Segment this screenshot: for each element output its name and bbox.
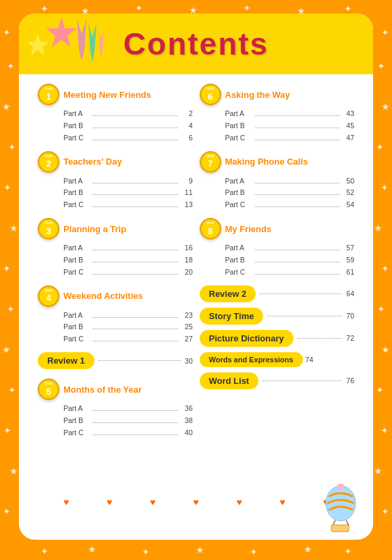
picture-dictionary-button: Picture Dictionary: [200, 330, 293, 347]
words-expressions-row: Words and Expressions 74: [200, 352, 355, 367]
unit-6-badge: Unit 6: [200, 84, 221, 105]
part-c-label: Part C: [63, 132, 90, 144]
bottom-hearts-row: ♥ ♥ ♥ ♥ ♥ ♥ ♥: [38, 497, 354, 507]
review-1-dots: [99, 360, 181, 361]
unit-5-header: Unit 5 Months of the Year: [38, 379, 193, 400]
unit-2-part-c: Part C 13: [63, 199, 193, 211]
svg-marker-3: [88, 24, 96, 62]
unit-1-title: Meeting New Friends: [63, 90, 151, 100]
unit-3-part-b: Part B 18: [63, 254, 193, 267]
review-2-dots: [260, 293, 342, 294]
unit-8-part-b: Part B 59: [225, 254, 355, 267]
part-b-label: Part B: [63, 120, 90, 132]
heart-2: ♥: [107, 497, 112, 507]
heart-4: ♥: [193, 497, 198, 507]
right-column: Unit 6 Asking the Way Part A 43 Part B 4…: [200, 84, 355, 446]
review-2-row: Review 2 64: [200, 285, 355, 302]
review-2-button: Review 2: [200, 285, 256, 302]
picture-dictionary-page: 72: [346, 334, 354, 342]
word-list-page: 76: [346, 376, 354, 385]
unit-4-section: Unit 4 Weekend Activities Part A 23 Part…: [38, 285, 193, 346]
svg-marker-1: [27, 34, 49, 55]
balloon-decoration: [312, 480, 366, 536]
unit-5-title: Months of the Year: [63, 385, 142, 395]
picture-dictionary-row: Picture Dictionary 72: [200, 330, 355, 347]
unit-1-part-c: Part C 6: [63, 132, 193, 144]
unit-8-header: Unit 8 My Friends: [200, 218, 355, 240]
heart-3: ♥: [150, 497, 155, 507]
page-num: 2: [181, 108, 193, 120]
unit-4-title: Weekend Activities: [63, 291, 143, 301]
picture-dictionary-dots: [298, 338, 343, 339]
review-2-page: 64: [346, 289, 354, 298]
unit-6-part-c: Part C 47: [225, 132, 355, 144]
svg-point-5: [326, 486, 356, 521]
unit-5-badge: Unit 5: [38, 379, 59, 400]
unit-1-badge: Unit 1: [38, 84, 59, 105]
story-time-page: 70: [346, 312, 354, 320]
unit-7-part-c: Part C 54: [225, 199, 355, 211]
svg-rect-8: [331, 525, 349, 532]
unit-2-parts: Part A 9 Part B 11 Part C 13: [38, 175, 193, 212]
words-expressions-page: 74: [306, 356, 314, 364]
header: Contents: [19, 13, 373, 74]
unit-6-section: Unit 6 Asking the Way Part A 43 Part B 4…: [200, 84, 355, 144]
main-card: Contents Unit 1 Meeting New Friends Part…: [19, 13, 373, 540]
unit-8-badge: Unit 8: [200, 218, 221, 240]
unit-7-part-b: Part B 52: [225, 187, 355, 199]
dots: [93, 140, 178, 140]
unit-5-part-a: Part A 36: [63, 403, 193, 415]
unit-2-part-b: Part B 11: [63, 187, 193, 199]
unit-1-section: Unit 1 Meeting New Friends Part A 2 Part…: [38, 84, 193, 144]
words-expressions-button: Words and Expressions: [200, 352, 303, 367]
heart-1: ♥: [63, 497, 69, 507]
unit-3-badge: Unit 3: [38, 218, 59, 240]
unit-2-badge: Unit 2: [38, 151, 59, 173]
heart-5: ♥: [236, 497, 242, 507]
unit-3-title: Planning a Trip: [63, 224, 126, 234]
unit-5-part-b: Part B 38: [63, 415, 193, 427]
part-a-label: Part A: [63, 108, 90, 120]
unit-6-part-b: Part B 45: [225, 120, 355, 132]
unit-8-title: My Friends: [225, 224, 272, 234]
svg-marker-2: [77, 19, 86, 61]
review-1-page: 30: [185, 357, 193, 365]
unit-4-badge: Unit 4: [38, 285, 59, 307]
svg-marker-4: [99, 30, 104, 57]
story-time-button: Story Time: [200, 308, 264, 325]
unit-7-part-a: Part A 50: [225, 175, 355, 188]
review-1-button: Review 1: [38, 352, 94, 369]
heart-6: ♥: [280, 497, 285, 507]
unit-2-title: Teachers' Day: [63, 157, 122, 167]
content-grid: Unit 1 Meeting New Friends Part A 2 Part…: [38, 74, 354, 446]
page-title: Contents: [123, 26, 269, 62]
unit-6-title: Asking the Way: [225, 90, 290, 100]
unit-7-parts: Part A 50 Part B 52 Part C 54: [200, 175, 355, 212]
svg-marker-0: [46, 17, 77, 47]
unit-5-parts: Part A 36 Part B 38 Part C 40: [38, 403, 193, 439]
unit-8-part-a: Part A 57: [225, 242, 355, 254]
unit-4-part-a: Part A 23: [63, 310, 193, 322]
unit-5-part-c: Part C 40: [63, 427, 193, 439]
unit-2-header: Unit 2 Teachers' Day: [38, 151, 193, 173]
unit-3-part-a: Part A 16: [63, 242, 193, 254]
unit-4-part-c: Part C 27: [63, 333, 193, 345]
story-time-row: Story Time 70: [200, 308, 355, 325]
left-column: Unit 1 Meeting New Friends Part A 2 Part…: [38, 84, 193, 446]
unit-1-part-a: Part A 2: [63, 108, 193, 120]
unit-1-parts: Part A 2 Part B 4 Part C 6: [38, 108, 193, 144]
unit-8-parts: Part A 57 Part B 59 Part C 61: [200, 242, 355, 279]
svg-point-9: [337, 484, 345, 489]
unit-5-section: Unit 5 Months of the Year Part A 36 Part…: [38, 379, 193, 439]
unit-7-badge: Unit 7: [200, 151, 221, 173]
unit-8-part-c: Part C 61: [225, 267, 355, 279]
unit-7-section: Unit 7 Making Phone Calls Part A 50 Part…: [200, 151, 355, 212]
unit-4-header: Unit 4 Weekend Activities: [38, 285, 193, 307]
unit-6-header: Unit 6 Asking the Way: [200, 84, 355, 105]
unit-2-section: Unit 2 Teachers' Day Part A 9 Part B 11: [38, 151, 193, 212]
unit-6-parts: Part A 43 Part B 45 Part C 47: [200, 108, 355, 144]
unit-1-header: Unit 1 Meeting New Friends: [38, 84, 193, 105]
word-list-dots: [262, 381, 342, 381]
unit-4-part-b: Part B 25: [63, 321, 193, 333]
unit-3-header: Unit 3 Planning a Trip: [38, 218, 193, 240]
